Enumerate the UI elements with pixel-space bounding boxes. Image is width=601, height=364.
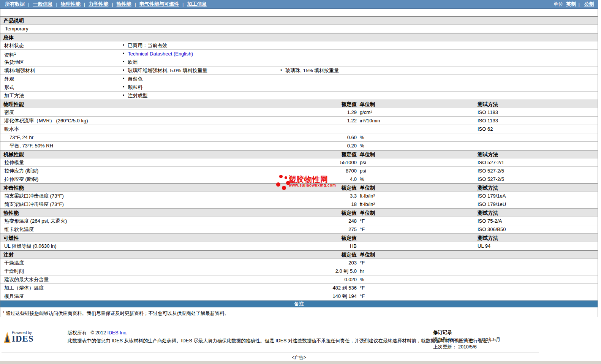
info-value-item: •玻璃纤维增强材料, 5.0% 填料按重量	[123, 66, 207, 74]
disclaimer-text: 此数据表中的信息由 IDES 从该材料的生产商处获得。IDES 尽最大努力确保此…	[68, 337, 492, 345]
property-label: 拉伸模量	[4, 158, 24, 166]
property-row: 建议的最大水分含量0.020%	[0, 275, 598, 284]
copyright-line: 版权所有 © 2012 IDES Inc.	[68, 329, 492, 337]
footer-divider	[2, 353, 539, 353]
separator: |	[182, 2, 183, 7]
col-header-method: 测试方法	[478, 100, 498, 108]
nav-tabs: 所有数据|一般信息|物理性能|力学性能|热性能|电气性能与可燃性|加工信息	[4, 1, 208, 8]
revision-history: 修订记录 添加到 Prospector： 2010年5月 上次更新： 2010/…	[433, 329, 500, 351]
info-value-item: •注射成型	[123, 92, 147, 100]
test-method: ISO 527-2/1	[478, 158, 504, 166]
col-header-rated: 额定值	[266, 184, 357, 192]
col-header-rated: 额定值	[266, 150, 357, 158]
property-unit: hr	[360, 267, 364, 275]
ides-triangle-inner-icon	[5, 335, 9, 342]
bullet-icon: •	[280, 66, 282, 74]
property-value: 140 到 194	[266, 292, 357, 300]
footnote-text: 通过这些链接您能够访问供应商资料。我们尽量保证及时更新资料；不过您可以从供应商处…	[6, 311, 229, 316]
property-label: 溶化体积流率（MVR） (260°C/5.0 kg)	[4, 117, 88, 125]
section-title: 冲击性能	[3, 184, 24, 192]
copyright-prefix: 版权所有	[68, 330, 87, 336]
property-label: 干燥温度	[4, 259, 24, 267]
info-value: 颗粒料	[128, 84, 142, 90]
info-row: 外观•自然色	[0, 75, 598, 83]
property-value: 8700	[266, 167, 357, 175]
info-label: 外观	[4, 75, 14, 83]
datasheet-table: 产品说明Temporary总体材料状态•已商用：当前有效资料1•Technica…	[0, 9, 598, 317]
info-label: 形式	[4, 83, 14, 91]
col-header-unit: 单位制	[360, 150, 375, 158]
property-unit: %	[360, 175, 364, 183]
bottom-scrollbar[interactable]	[0, 361, 601, 364]
info-label: 填料/增强材料	[4, 66, 35, 74]
ides-logo-text: Powered by IDES	[12, 331, 34, 343]
info-value-item: •颗粒料	[123, 83, 142, 91]
revision-value: 2010年5月	[478, 337, 500, 342]
revision-label: 添加到 Prospector：	[433, 337, 476, 342]
ides-logo[interactable]: Powered by IDES	[4, 331, 34, 343]
property-row: 简支梁缺口冲击强度 (73°F)18ft·lb/in²ISO 179/1eU	[0, 200, 598, 209]
ides-triangle-icon	[4, 332, 11, 343]
property-unit: °F	[360, 292, 365, 300]
property-row: 拉伸模量551000psiISO 527-2/1	[0, 158, 598, 167]
bullet-icon: •	[123, 92, 124, 100]
ad-placeholder: <广告>	[0, 355, 598, 361]
property-value: HB	[266, 242, 357, 250]
nav-tab-2[interactable]: 一般信息	[33, 1, 52, 8]
top-navigation: 所有数据|一般信息|物理性能|力学性能|热性能|电气性能与可燃性|加工信息 单位…	[0, 0, 598, 9]
section-header: 注射额定值单位制	[0, 250, 598, 259]
bullet-icon: •	[123, 50, 124, 58]
unit-metric-link[interactable]: 公制	[584, 1, 594, 8]
section-header: 机械性能额定值单位制测试方法	[0, 150, 598, 158]
property-row: 拉伸应变 (断裂)4.0%ISO 527-2/5	[0, 175, 598, 184]
footnote-row: 1 通过这些链接您能够访问供应商资料。我们尽量保证及时更新资料；不过您可以从供应…	[0, 307, 598, 317]
notes-bar: 备注	[0, 301, 598, 307]
nav-tab-6[interactable]: 电气性能与可燃性	[139, 1, 179, 8]
col-header-unit: 单位制	[360, 251, 375, 259]
property-label: 密度	[4, 108, 14, 116]
separator: |	[135, 2, 136, 7]
property-value: 2.0 到 5.0	[266, 267, 357, 275]
property-unit: %	[360, 275, 364, 283]
property-label: 拉伸应力 (断裂)	[4, 167, 38, 175]
datasheet-link[interactable]: Technical Datasheet (English)	[128, 51, 193, 57]
property-value: 0.020	[266, 275, 357, 283]
property-unit: °F	[360, 284, 365, 292]
product-description: Temporary	[5, 25, 28, 33]
nav-tab-3[interactable]: 物理性能	[61, 1, 81, 8]
property-label: 建议的最大水分含量	[4, 275, 49, 283]
bullet-icon: •	[123, 66, 124, 74]
info-label: 加工方法	[4, 92, 24, 100]
property-value: 0.60	[266, 133, 357, 141]
separator: |	[84, 2, 85, 7]
nav-tab-5[interactable]: 热性能	[117, 1, 131, 8]
property-value: 18	[266, 200, 357, 208]
col-header-rated: 额定值	[266, 251, 357, 259]
nav-tab-4[interactable]: 力学性能	[89, 1, 108, 8]
section-title: 物理性能	[3, 100, 24, 108]
test-method: ISO 179/1eA	[478, 192, 506, 200]
property-label: 简支梁缺口冲击强度 (73°F)	[4, 200, 64, 208]
property-row: 密度1.29g/cm³ISO 1183	[0, 108, 598, 117]
property-row: 简支梁缺口冲击强度 (73°F)3.3ft·lb/in²ISO 179/1eA	[0, 192, 598, 200]
revision-line: 上次更新： 2010/5/6	[433, 343, 500, 351]
section-header: 总体	[0, 33, 598, 41]
property-unit: °F	[360, 225, 365, 233]
property-row: 拉伸应力 (断裂)8700psiISO 527-2/5	[0, 167, 598, 175]
property-row: 溶化体积流率（MVR） (260°C/5.0 kg)1.22in³/10minI…	[0, 117, 598, 125]
nav-tab-7[interactable]: 加工信息	[187, 1, 207, 8]
unit-imperial-current: 英制	[566, 1, 576, 8]
revision-title: 修订记录	[433, 329, 500, 336]
property-label: 吸水率	[4, 125, 19, 133]
property-value: 275	[266, 225, 357, 233]
property-unit: °F	[360, 217, 365, 225]
col-header-method: 测试方法	[478, 234, 498, 242]
property-unit: psi	[360, 158, 366, 166]
ides-inc-link[interactable]: IDES Inc.	[107, 330, 127, 336]
info-label: 资料1	[4, 50, 16, 59]
info-value-item: •玻璃珠, 15% 填料按重量	[280, 66, 339, 74]
info-row: 形式•颗粒料	[0, 83, 598, 92]
col-header-rated: 额定值	[266, 100, 357, 108]
property-value: 203	[266, 259, 357, 267]
col-header-rated: 额定值	[266, 209, 357, 217]
